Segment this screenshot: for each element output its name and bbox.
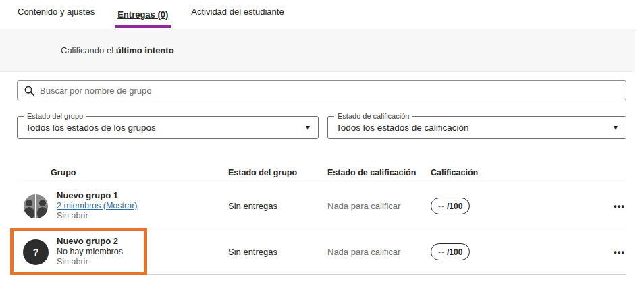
header-group-status: Estado del grupo [228,168,327,177]
grading-banner: Calificando el último intento [0,29,635,72]
grading-status-cell: Nada para calificar [327,247,431,257]
chevron-down-icon: ▾ [306,123,310,132]
table-row: ? Nuevo grupo 2 No hay miembros Sin abri… [17,229,626,275]
grading-banner-emphasis: último intento [116,45,174,55]
header-grading-status: Estado de calificación [327,168,431,177]
open-status: Sin abrir [57,257,123,268]
grade-total: /100 [447,247,462,257]
group-status-filter[interactable]: Estado del grupo Todos los estados de lo… [17,116,319,139]
search-input[interactable] [40,86,619,96]
group-cell: Nuevo grupo 1 2 miembros (Mostrar) Sin a… [17,190,228,222]
grading-status-filter[interactable]: Estado de calificación Todos los estados… [327,116,626,139]
group-name: Nuevo grupo 1 [57,190,137,201]
grading-status-filter-label: Estado de calificación [334,111,412,121]
group-members-avatar [23,194,49,219]
members-link[interactable]: 2 miembros (Mostrar) [57,201,137,212]
group-empty-avatar: ? [23,239,49,265]
members-text: No hay miembros [57,247,123,258]
grade-total: /100 [447,202,462,211]
search-icon [24,86,34,96]
grade-pill[interactable]: -- /100 [431,198,470,214]
tab-student-activity[interactable]: Actividad del estudiante [188,7,286,28]
grading-status-filter-value: Todos los estados de calificación [336,123,608,133]
grade-value: -- [438,202,445,211]
group-search [17,80,626,100]
header-group: Grupo [17,168,228,177]
grading-banner-text: Calificando el último intento [61,45,174,55]
grade-pill[interactable]: -- /100 [431,243,470,260]
open-status: Sin abrir [57,211,137,222]
submissions-page: Contenido y ajustes Entregas (0) Activid… [0,0,644,294]
group-status-filter-value: Todos los estados de los grupos [26,123,300,133]
grading-status-cell: Nada para calificar [327,201,431,211]
grade-value: -- [438,247,445,257]
group-status-cell: Sin entregas [228,247,327,257]
row-menu-icon[interactable]: ••• [612,243,626,261]
tab-content-settings[interactable]: Contenido y ajustes [15,7,97,28]
chevron-down-icon: ▾ [614,123,618,132]
group-name: Nuevo grupo 2 [57,236,123,247]
group-status-cell: Sin entregas [228,201,327,211]
groups-table: Grupo Estado del grupo Estado de calific… [17,162,626,275]
group-status-filter-label: Estado del grupo [24,111,86,121]
tab-bar: Contenido y ajustes Entregas (0) Activid… [0,0,635,28]
group-info: Nuevo grupo 1 2 miembros (Mostrar) Sin a… [57,190,137,222]
group-cell: ? Nuevo grupo 2 No hay miembros Sin abri… [17,236,228,268]
table-header-row: Grupo Estado del grupo Estado de calific… [17,162,626,183]
group-info: Nuevo grupo 2 No hay miembros Sin abrir [57,236,123,268]
row-menu-icon[interactable]: ••• [612,197,626,215]
table-row: Nuevo grupo 1 2 miembros (Mostrar) Sin a… [17,183,626,229]
tab-submissions[interactable]: Entregas (0) [115,9,171,28]
header-grade: Calificación [431,168,586,177]
question-mark-icon: ? [33,247,39,258]
